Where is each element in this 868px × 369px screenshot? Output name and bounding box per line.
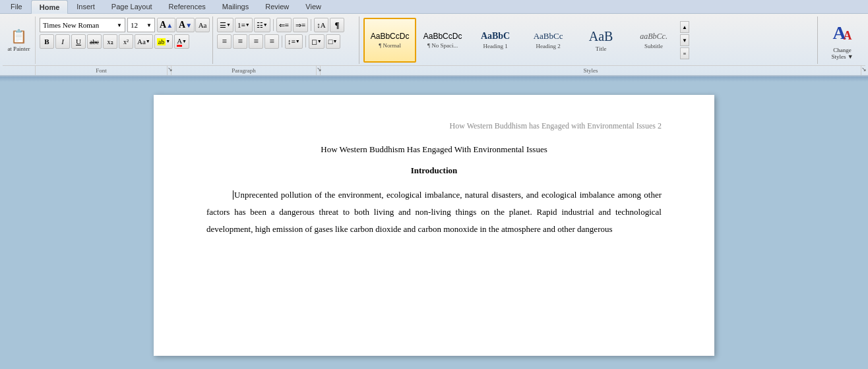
font-dropdown-arrow: ▼	[117, 22, 122, 28]
style-heading2-text: AaBbCc	[534, 31, 563, 42]
style-heading1[interactable]: AaBbC Heading 1	[469, 18, 522, 63]
style-scroll: ▲ ▼ ≡	[680, 18, 689, 63]
tab-references[interactable]: References	[161, 0, 214, 13]
para-row2: ≡ ≡ ≡ ≡ ↕≡▼ ◻▼ □▼	[217, 34, 356, 49]
font-color-button[interactable]: A▼	[174, 34, 189, 49]
style-title[interactable]: AaB Title	[574, 18, 627, 63]
tab-mailings[interactable]: Mailings	[214, 0, 257, 13]
tab-page-layout[interactable]: Page Layout	[104, 0, 160, 13]
toolbar: 📋 at Painter Times New Roman ▼ 12 ▼ A▲ A…	[0, 14, 868, 76]
change-styles-label: ChangeStyles ▼	[831, 47, 853, 60]
strikethrough-button[interactable]: abc	[87, 34, 102, 49]
font-section: Times New Roman ▼ 12 ▼ A▲ A▼ Aa B I U ab…	[37, 16, 213, 64]
font-name-selector[interactable]: Times New Roman ▼	[40, 18, 125, 32]
tab-review[interactable]: Review	[257, 0, 297, 13]
grow-font-button[interactable]: A▲	[157, 18, 175, 32]
change-styles-small-a: A	[844, 30, 852, 42]
divider3	[282, 36, 282, 47]
bullets-button[interactable]: ☰▼	[217, 18, 233, 32]
style-normal-label: ¶ Normal	[379, 42, 401, 49]
numbering-button[interactable]: 1≡▼	[235, 18, 253, 32]
text-cursor	[233, 190, 233, 200]
page-title[interactable]: How Western Buddhism Has Engaged With En…	[206, 144, 662, 155]
clear-formatting-button[interactable]: Aa	[195, 18, 210, 32]
style-no-spacing[interactable]: AaBbCcDc ¶ No Spaci...	[416, 18, 469, 63]
style-title-text: AaB	[589, 29, 613, 44]
shrink-font-button[interactable]: A▼	[176, 18, 195, 32]
align-left-button[interactable]: ≡	[217, 34, 232, 49]
underline-button[interactable]: U	[71, 34, 86, 49]
tl-styles-expand[interactable]: ↘	[861, 66, 865, 75]
justify-button[interactable]: ≡	[264, 34, 279, 49]
superscript-button[interactable]: x²	[119, 34, 133, 49]
grow-shrink-btns: A▲ A▼ Aa	[157, 18, 210, 32]
style-no-spacing-label: ¶ No Spaci...	[427, 42, 458, 49]
style-heading2-label: Heading 2	[536, 43, 560, 49]
style-scroll-down[interactable]: ▼	[680, 34, 689, 46]
show-hide-button[interactable]: ¶	[330, 18, 344, 32]
divider1	[273, 19, 274, 31]
separator-bar	[0, 76, 868, 82]
sort-button[interactable]: ↕A	[314, 18, 328, 32]
style-no-spacing-text: AaBbCcDc	[423, 32, 462, 41]
tab-home[interactable]: Home	[31, 0, 69, 14]
doc-area: How Western Buddhism has Engaged with En…	[0, 82, 868, 369]
tl-paragraph: Paragraph	[171, 66, 317, 75]
style-more[interactable]: ≡	[680, 47, 689, 59]
toolbar-labels: Font ↘ Paragraph ↘ Styles ↘	[3, 65, 865, 75]
paragraph-section: ☰▼ 1≡▼ ☷▼ ⇐≡ ⇒≡ ↕A ¶ ≡ ≡ ≡ ≡ ↕≡▼ ◻▼ □▼	[214, 16, 359, 64]
increase-indent-button[interactable]: ⇒≡	[293, 18, 308, 32]
tab-file[interactable]: File	[3, 0, 30, 13]
format-painter-label[interactable]: at Painter	[7, 45, 30, 52]
bold-button[interactable]: B	[40, 34, 54, 49]
tab-insert[interactable]: Insert	[69, 0, 103, 13]
borders-button[interactable]: □▼	[326, 34, 340, 49]
style-subtitle-text: aaBbCc.	[640, 32, 667, 42]
tl-styles: Styles	[321, 66, 861, 75]
line-spacing-button[interactable]: ↕≡▼	[285, 34, 303, 49]
document-page: How Western Buddhism has Engaged with En…	[154, 95, 714, 356]
font-row2: B I U abc x₂ x² Aa▼ ab▼ A▼	[40, 34, 210, 49]
font-size-selector[interactable]: 12 ▼	[127, 18, 155, 32]
body-paragraph[interactable]: Unprecented pollution of the environment…	[206, 186, 662, 238]
style-normal-text: AaBbCcDc	[371, 32, 410, 41]
style-title-label: Title	[596, 45, 607, 52]
style-subtitle[interactable]: aaBbCc. Subtitle	[627, 18, 680, 63]
style-heading1-label: Heading 1	[483, 43, 507, 49]
highlight-button[interactable]: ab▼	[154, 34, 173, 49]
style-heading1-text: AaBbC	[481, 31, 510, 42]
styles-row: AaBbCcDc ¶ Normal AaBbCcDc ¶ No Spaci...…	[363, 18, 815, 63]
tl-font: Font	[36, 66, 168, 75]
divider2	[311, 19, 311, 31]
page-header: How Western Buddhism has Engaged with En…	[206, 121, 662, 131]
style-normal[interactable]: AaBbCcDc ¶ Normal	[363, 18, 416, 63]
page-body[interactable]: Unprecented pollution of the environment…	[206, 186, 662, 238]
font-size-text-button[interactable]: Aa▼	[135, 34, 153, 49]
subscript-button[interactable]: x₂	[103, 34, 117, 49]
tl-spacer	[3, 66, 36, 75]
align-center-button[interactable]: ≡	[233, 34, 247, 49]
italic-button[interactable]: I	[55, 34, 70, 49]
style-heading2[interactable]: AaBbCc Heading 2	[522, 18, 574, 63]
font-row1: Times New Roman ▼ 12 ▼ A▲ A▼ Aa	[40, 18, 210, 32]
paste-icon: 📋	[11, 28, 27, 44]
format-painter-section: 📋 at Painter	[3, 16, 36, 64]
ribbon-tab-bar: File Home Insert Page Layout References …	[0, 0, 868, 14]
change-styles-icon: A A	[829, 20, 855, 45]
decrease-indent-button[interactable]: ⇐≡	[276, 18, 292, 32]
change-styles-section[interactable]: A A ChangeStyles ▼	[819, 16, 865, 64]
multilevel-list-button[interactable]: ☷▼	[254, 18, 270, 32]
styles-section: AaBbCcDc ¶ Normal AaBbCcDc ¶ No Spaci...…	[361, 16, 818, 64]
style-subtitle-label: Subtitle	[644, 43, 663, 49]
shading-button[interactable]: ◻▼	[309, 34, 325, 49]
page-subtitle[interactable]: Introduction	[206, 165, 662, 176]
align-right-button[interactable]: ≡	[249, 34, 263, 49]
style-scroll-up[interactable]: ▲	[680, 21, 689, 33]
divider4	[305, 36, 306, 47]
para-row1: ☰▼ 1≡▼ ☷▼ ⇐≡ ⇒≡ ↕A ¶	[217, 18, 356, 32]
tab-view[interactable]: View	[297, 0, 329, 13]
size-dropdown-arrow: ▼	[146, 22, 152, 28]
